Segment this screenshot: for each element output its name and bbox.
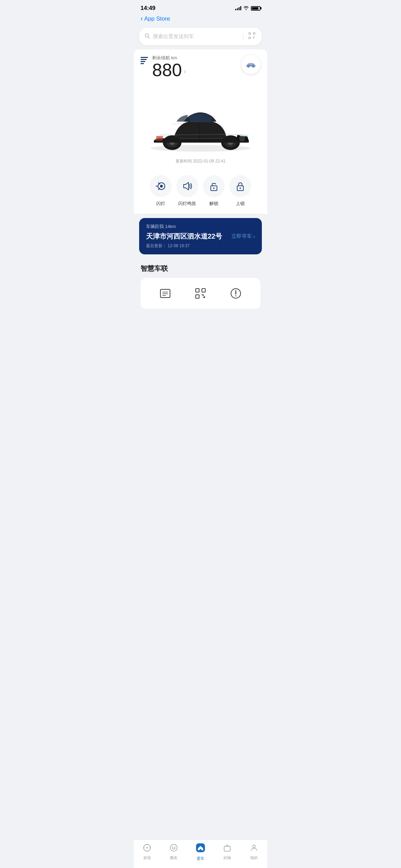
search-divider xyxy=(243,34,243,40)
location-updated: 最后更新： 12-08 19:37 xyxy=(146,243,255,249)
svg-rect-24 xyxy=(160,289,170,298)
range-info: 剩余续航 km 880 › xyxy=(141,55,186,79)
lock-icon-circle xyxy=(229,175,251,197)
range-text: 剩余续航 km 880 › xyxy=(152,55,186,79)
status-time: 14:49 xyxy=(141,5,155,12)
update-time: 更新时间 2022-01-09 22:41 xyxy=(141,154,260,170)
horn-button[interactable]: 闪灯鸣笛 xyxy=(176,175,198,207)
svg-rect-29 xyxy=(202,289,205,292)
back-button[interactable]: ‹ App Store xyxy=(141,15,170,22)
find-car-button[interactable]: 立即寻车 › xyxy=(231,233,255,240)
smart-item-scan[interactable] xyxy=(192,285,209,302)
smart-card xyxy=(141,278,260,309)
smart-list-icon xyxy=(157,285,174,302)
horn-icon xyxy=(182,181,193,192)
smart-item-alert[interactable] xyxy=(227,285,244,302)
range-arrow-icon[interactable]: › xyxy=(184,68,186,75)
svg-point-23 xyxy=(240,188,241,189)
lock-button[interactable]: 上锁 xyxy=(229,175,251,207)
svg-rect-3 xyxy=(249,37,251,39)
find-car-arrow-icon: › xyxy=(253,233,255,239)
location-main-row: 天津市河西区泗水道22号 立即寻车 › xyxy=(146,232,255,241)
car-image xyxy=(141,79,260,154)
status-bar: 14:49 xyxy=(134,0,267,13)
search-section: 搜索位置发送到车 xyxy=(134,26,267,49)
menu-icon[interactable] xyxy=(141,57,148,64)
back-chevron-icon: ‹ xyxy=(141,14,143,22)
svg-rect-2 xyxy=(253,33,255,34)
svg-point-19 xyxy=(160,185,163,188)
scan-icon[interactable] xyxy=(247,31,256,42)
lock-label: 上锁 xyxy=(236,201,245,207)
svg-point-6 xyxy=(247,65,250,68)
horn-icon-circle xyxy=(176,175,198,197)
search-placeholder: 搜索位置发送到车 xyxy=(153,33,239,40)
svg-rect-28 xyxy=(196,289,199,292)
unlock-button[interactable]: 解锁 xyxy=(203,175,225,207)
svg-point-7 xyxy=(252,65,255,68)
range-value: 880 xyxy=(152,61,182,79)
status-icons xyxy=(235,5,260,11)
flash-icon-circle xyxy=(150,175,172,197)
range-value-row: 880 › xyxy=(152,61,186,79)
lock-icon xyxy=(235,181,246,192)
svg-rect-30 xyxy=(196,295,199,298)
unlock-icon-circle xyxy=(203,175,225,197)
car-illustration xyxy=(141,86,260,154)
car-info-section: 剩余续航 km 880 › xyxy=(134,49,267,214)
smart-item-list[interactable] xyxy=(157,285,174,302)
svg-point-34 xyxy=(235,296,236,297)
smart-section: 智慧车联 xyxy=(134,258,267,313)
back-label: App Store xyxy=(144,15,170,22)
search-bar[interactable]: 搜索位置发送到车 xyxy=(139,28,262,45)
flash-button[interactable]: 闪灯 xyxy=(150,175,172,207)
smart-alert-icon xyxy=(227,285,244,302)
unlock-icon xyxy=(208,181,219,192)
battery-icon xyxy=(251,6,260,11)
smart-scan-icon xyxy=(192,285,209,302)
svg-rect-1 xyxy=(249,33,251,34)
flash-icon xyxy=(155,181,166,192)
wifi-icon xyxy=(243,5,249,11)
smart-title: 智慧车联 xyxy=(141,264,260,273)
car-header: 剩余续航 km 880 › xyxy=(141,55,260,79)
location-address: 天津市河西区泗水道22号 xyxy=(146,232,222,241)
signal-icon xyxy=(235,6,241,10)
svg-point-21 xyxy=(213,188,215,189)
action-buttons: 闪灯 闪灯鸣笛 xyxy=(141,170,260,214)
location-distance: 车辆距我 14km xyxy=(146,224,255,230)
location-card: 车辆距我 14km 天津市河西区泗水道22号 立即寻车 › 最后更新： 12-0… xyxy=(139,218,262,254)
car-top-icon[interactable] xyxy=(241,55,260,74)
flash-label: 闪灯 xyxy=(156,201,165,207)
nav-bar: ‹ App Store xyxy=(134,13,267,26)
main-content: 剩余续航 km 880 › xyxy=(134,49,267,347)
search-icon xyxy=(145,33,150,40)
svg-point-15 xyxy=(240,136,245,141)
horn-label: 闪灯鸣笛 xyxy=(178,201,196,207)
unlock-label: 解锁 xyxy=(209,201,218,207)
car-silhouette-icon xyxy=(245,58,257,71)
